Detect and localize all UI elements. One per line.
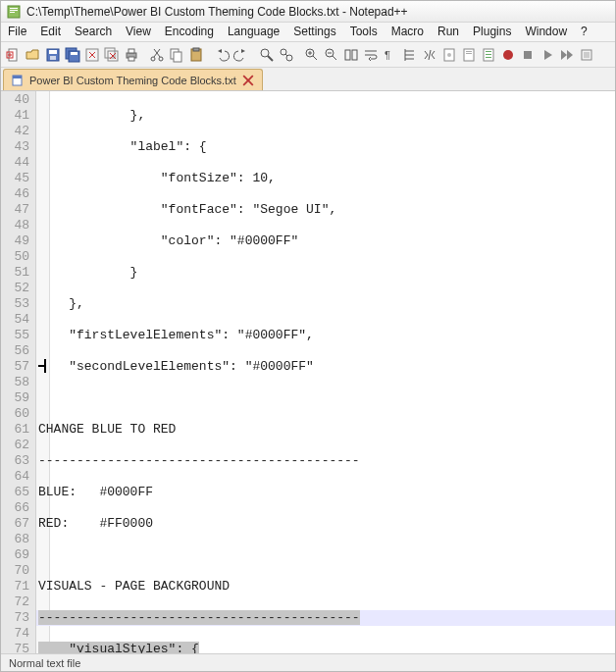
- code-line[interactable]: },: [36, 296, 615, 312]
- svg-rect-62: [486, 57, 491, 58]
- menu-plugins[interactable]: Plugins: [466, 23, 518, 41]
- app-icon: [7, 4, 23, 20]
- close-all-icon[interactable]: [103, 46, 121, 64]
- show-all-chars-icon[interactable]: ¶: [382, 46, 399, 64]
- menu-encoding[interactable]: Encoding: [158, 23, 221, 41]
- indent-guides-icon[interactable]: [401, 46, 419, 64]
- record-macro-icon[interactable]: [499, 46, 517, 64]
- svg-line-36: [285, 54, 287, 56]
- zoom-out-icon[interactable]: [323, 46, 340, 64]
- svg-point-55: [447, 53, 451, 57]
- code-line[interactable]: "visualStyles": {: [36, 642, 615, 653]
- tab-close-icon[interactable]: [242, 75, 254, 86]
- code-line[interactable]: "fontFace": "Segoe UI",: [36, 202, 615, 218]
- wordwrap-icon[interactable]: [362, 46, 380, 64]
- language-format-icon[interactable]: [421, 46, 438, 64]
- svg-rect-45: [352, 50, 357, 60]
- status-filetype: Normal text file: [9, 657, 80, 669]
- tab-file[interactable]: Power BI Custom Theming Code Blocks.txt: [3, 69, 263, 90]
- toolbar: ¶: [1, 42, 615, 68]
- svg-text:¶: ¶: [385, 49, 390, 61]
- new-file-icon[interactable]: [5, 46, 23, 64]
- close-file-icon[interactable]: [83, 46, 101, 64]
- titlebar: C:\Temp\Theme\Power BI Custom Theming Co…: [1, 1, 615, 23]
- redo-icon[interactable]: [232, 46, 250, 64]
- code-line[interactable]: [36, 390, 615, 406]
- function-list-icon[interactable]: [480, 46, 497, 64]
- undo-icon[interactable]: [213, 46, 231, 64]
- menu-file[interactable]: File: [1, 23, 33, 41]
- file-icon: [12, 75, 24, 86]
- selection: "visualStyles": {: [38, 642, 199, 653]
- svg-line-33: [268, 56, 273, 61]
- menu-help[interactable]: ?: [574, 23, 594, 41]
- cut-icon[interactable]: [148, 46, 166, 64]
- code-line[interactable]: "firstLevelElements": "#0000FF",: [36, 328, 615, 343]
- menu-search[interactable]: Search: [68, 23, 119, 41]
- find-icon[interactable]: [258, 46, 276, 64]
- tab-label: Power BI Custom Theming Code Blocks.txt: [29, 75, 236, 86]
- svg-rect-3: [10, 12, 15, 13]
- svg-rect-56: [464, 49, 474, 61]
- play-macro-icon[interactable]: [539, 46, 556, 64]
- code-line[interactable]: ----------------------------------------…: [36, 610, 615, 626]
- code-line[interactable]: },: [36, 108, 615, 124]
- code-line[interactable]: CHANGE BLUE TO RED: [36, 422, 615, 438]
- code-line[interactable]: RED: #FF0000: [36, 516, 615, 532]
- menu-tools[interactable]: Tools: [343, 23, 385, 41]
- menu-window[interactable]: Window: [518, 23, 574, 41]
- stop-macro-icon[interactable]: [519, 46, 537, 64]
- svg-line-40: [313, 56, 317, 60]
- svg-rect-29: [174, 52, 181, 62]
- menu-macro[interactable]: Macro: [385, 23, 431, 41]
- svg-rect-61: [486, 54, 491, 55]
- menu-run[interactable]: Run: [431, 23, 466, 41]
- code-area[interactable]: }, "label": { "fontSize": 10, "fontFace"…: [36, 91, 615, 653]
- tabbar: Power BI Custom Theming Code Blocks.txt: [1, 68, 615, 91]
- save-icon[interactable]: [44, 46, 62, 64]
- code-line[interactable]: VISUALS - PAGE BACKGROUND: [36, 579, 615, 594]
- open-file-icon[interactable]: [25, 46, 42, 64]
- svg-rect-9: [49, 50, 57, 54]
- svg-rect-31: [193, 48, 199, 51]
- replace-icon[interactable]: [278, 46, 295, 64]
- folder-doc-icon[interactable]: [440, 46, 458, 64]
- paste-icon[interactable]: [187, 46, 205, 64]
- copy-icon[interactable]: [168, 46, 185, 64]
- svg-point-32: [261, 49, 269, 57]
- code-line[interactable]: }: [36, 265, 615, 281]
- play-multi-icon[interactable]: [558, 46, 576, 64]
- code-line[interactable]: BLUE: #0000FF: [36, 485, 615, 500]
- window-title: C:\Temp\Theme\Power BI Custom Theming Co…: [26, 5, 408, 19]
- selection: ----------------------------------------…: [38, 610, 360, 625]
- app-window: C:\Temp\Theme\Power BI Custom Theming Co…: [0, 0, 616, 672]
- zoom-in-icon[interactable]: [303, 46, 321, 64]
- sync-scroll-icon[interactable]: [342, 46, 360, 64]
- svg-rect-23: [128, 57, 134, 61]
- code-line[interactable]: [36, 547, 615, 563]
- svg-line-53: [429, 50, 431, 60]
- svg-point-63: [503, 50, 513, 60]
- code-line[interactable]: "fontSize": 10,: [36, 171, 615, 186]
- save-macro-icon[interactable]: [578, 46, 595, 64]
- code-line[interactable]: "color": "#0000FF": [36, 233, 615, 249]
- svg-rect-66: [584, 52, 590, 58]
- svg-rect-2: [10, 10, 18, 11]
- doc-map-icon[interactable]: [460, 46, 478, 64]
- svg-point-26: [151, 57, 155, 61]
- menu-edit[interactable]: Edit: [33, 23, 68, 41]
- svg-rect-13: [71, 52, 77, 55]
- menubar: File Edit Search View Encoding Language …: [1, 23, 615, 42]
- code-line[interactable]: "secondLevelElements": "#0000FF": [36, 359, 615, 375]
- print-icon[interactable]: [123, 46, 140, 64]
- menu-settings[interactable]: Settings: [286, 23, 342, 41]
- code-line[interactable]: "label": {: [36, 139, 615, 155]
- statusbar: Normal text file: [1, 653, 615, 671]
- svg-rect-10: [50, 56, 56, 60]
- svg-rect-1: [10, 8, 18, 9]
- menu-language[interactable]: Language: [221, 23, 286, 41]
- code-line[interactable]: ----------------------------------------…: [36, 453, 615, 469]
- editor[interactable]: 4041424344454647484950515253545556575859…: [1, 91, 615, 653]
- menu-view[interactable]: View: [119, 23, 158, 41]
- save-all-icon[interactable]: [64, 46, 81, 64]
